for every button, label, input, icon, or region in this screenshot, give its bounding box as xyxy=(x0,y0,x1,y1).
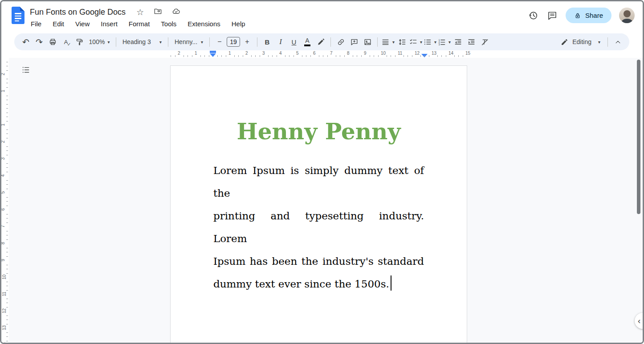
ruler-number: 7 xyxy=(330,51,333,56)
ruler-tick xyxy=(6,336,8,337)
hide-menus-button[interactable] xyxy=(611,36,624,48)
zoom-select[interactable]: 100%▾ xyxy=(86,36,112,48)
doc-heading[interactable]: Henny Penny xyxy=(213,114,424,150)
menu-view[interactable]: View xyxy=(74,20,90,28)
add-comment-button[interactable] xyxy=(348,36,360,48)
chevron-down-icon: ▾ xyxy=(159,40,162,45)
ruler-tick xyxy=(272,55,273,57)
ruler-tick xyxy=(395,55,395,57)
open-comments-icon[interactable] xyxy=(546,10,558,21)
ruler-number: 3 xyxy=(262,51,265,56)
align-button[interactable]: ▾ xyxy=(381,36,395,48)
clear-formatting-button[interactable] xyxy=(478,36,491,48)
ruler-tick xyxy=(408,55,408,57)
menu-edit[interactable]: Edit xyxy=(52,20,65,28)
ruler-tick xyxy=(6,130,8,130)
ruler-number: 15 xyxy=(465,51,470,56)
ruler-tick xyxy=(200,55,201,57)
decrease-indent-button[interactable] xyxy=(452,36,464,48)
ruler-tick xyxy=(441,55,442,57)
italic-button[interactable]: I xyxy=(274,36,287,48)
ruler-tick xyxy=(6,104,8,105)
font-select[interactable]: Henny...▾ xyxy=(172,36,206,48)
ruler-tick xyxy=(6,184,8,185)
increase-indent-button[interactable] xyxy=(465,36,477,48)
ruler-tick xyxy=(6,231,8,231)
bulleted-list-button[interactable]: ▾ xyxy=(423,36,436,48)
checklist-button[interactable]: ▾ xyxy=(409,36,422,48)
docs-logo-icon[interactable] xyxy=(12,7,24,24)
google-docs-window: Fun Fonts on Google Docs ☆ File Edit Vie… xyxy=(0,0,644,344)
insert-link-button[interactable] xyxy=(334,36,347,48)
document-paragraph[interactable]: Lorem Ipsum is simply dummy text of the … xyxy=(213,159,424,295)
document-title[interactable]: Fun Fonts on Google Docs xyxy=(30,8,126,17)
ruler-number: 6 xyxy=(1,208,5,211)
ruler-tick xyxy=(357,55,357,57)
show-outline-icon[interactable] xyxy=(21,65,31,75)
undo-button[interactable]: ↶ xyxy=(20,36,32,48)
numbered-list-button[interactable]: 123 ▾ xyxy=(437,36,451,48)
ruler-tick xyxy=(361,55,362,57)
ruler-number: 3 xyxy=(1,158,5,160)
chevron-down-icon: ▾ xyxy=(420,40,422,45)
divider xyxy=(257,37,257,47)
ruler-tick xyxy=(6,324,8,324)
increase-font-size-button[interactable]: + xyxy=(241,36,253,48)
ruler-tick xyxy=(6,163,8,164)
ruler-tick xyxy=(6,299,8,299)
star-icon[interactable]: ☆ xyxy=(136,8,144,16)
menu-extensions[interactable]: Extensions xyxy=(187,20,221,28)
vertical-scrollbar[interactable] xyxy=(637,60,640,214)
ruler-number: 10 xyxy=(2,275,7,279)
underline-button[interactable]: U xyxy=(288,36,300,48)
font-size-input[interactable]: 19 xyxy=(227,37,240,47)
ruler-number: 4 xyxy=(1,174,5,177)
ruler-tick xyxy=(6,316,8,316)
menu-file[interactable]: File xyxy=(30,20,42,28)
version-history-icon[interactable] xyxy=(527,10,539,21)
ruler-tick xyxy=(437,55,438,57)
share-button[interactable]: Share xyxy=(566,8,611,23)
text-line[interactable]: printing and typesetting industry. Lorem xyxy=(213,205,424,250)
ruler-tick xyxy=(226,55,226,57)
menu-help[interactable]: Help xyxy=(231,20,246,28)
redo-button[interactable]: ↷ xyxy=(33,36,45,48)
text-line[interactable]: Ipsum has been the industry's standard xyxy=(213,250,424,273)
ruler-tick xyxy=(6,320,8,320)
ruler-number: 12 xyxy=(415,51,420,56)
ruler-tick xyxy=(6,150,8,151)
text-color-button[interactable]: A xyxy=(301,36,314,48)
ruler-tick xyxy=(319,55,319,57)
text-line[interactable]: Lorem Ipsum is simply dummy text of the xyxy=(213,159,424,205)
document-page[interactable]: Henny Penny Lorem Ipsum is simply dummy … xyxy=(170,65,467,343)
print-button[interactable] xyxy=(46,36,59,48)
paint-format-button[interactable] xyxy=(73,36,86,48)
side-panel-toggle-button[interactable]: ‹ xyxy=(635,313,643,329)
highlight-color-button[interactable] xyxy=(314,36,327,48)
menu-tools[interactable]: Tools xyxy=(160,20,177,28)
ruler-tick xyxy=(268,55,269,57)
ruler-tick xyxy=(6,269,8,269)
editing-mode-select[interactable]: Editing ▾ xyxy=(557,36,604,48)
left-indent-marker[interactable] xyxy=(210,53,216,57)
ruler-tick xyxy=(370,55,370,57)
insert-image-button[interactable] xyxy=(361,36,374,48)
menu-insert[interactable]: Insert xyxy=(100,20,118,28)
avatar[interactable] xyxy=(619,8,635,23)
ruler-number: 5 xyxy=(1,191,5,194)
ruler-tick xyxy=(336,55,336,57)
text-line[interactable]: dummy text ever since the 1500s. xyxy=(213,273,424,295)
move-folder-icon[interactable] xyxy=(154,7,162,17)
bold-button[interactable]: B xyxy=(261,36,273,48)
ruler-tick xyxy=(6,256,8,257)
cloud-status-icon[interactable] xyxy=(172,7,180,17)
line-spacing-button[interactable] xyxy=(395,36,408,48)
decrease-font-size-button[interactable]: − xyxy=(213,36,226,48)
paragraph-style-select[interactable]: Heading 3▾ xyxy=(120,36,164,48)
spelling-check-button[interactable]: A✓ xyxy=(60,36,72,48)
ruler-number: 4 xyxy=(279,51,282,56)
menu-format[interactable]: Format xyxy=(128,20,151,28)
first-line-indent-marker[interactable] xyxy=(210,51,216,53)
ruler-tick xyxy=(221,55,222,57)
main-toolbar: ↶ ↷ A✓ 100%▾ Heading 3▾ Henny...▾ − 19 +… xyxy=(14,33,629,50)
